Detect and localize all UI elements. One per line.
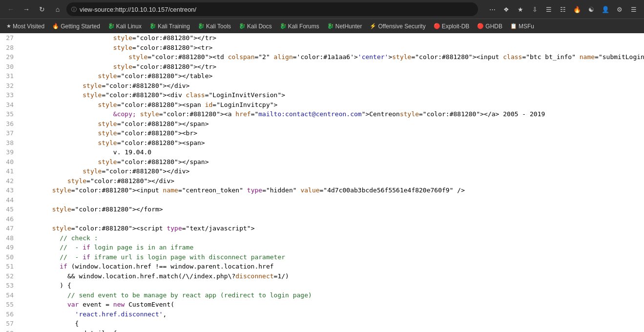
hamburger-button[interactable]: ☰ xyxy=(627,3,640,16)
table-row: 31 style="color:#881280"></table> xyxy=(0,71,644,81)
line-number: 53 xyxy=(0,281,20,290)
table-row: 53 ) { xyxy=(0,281,644,290)
bookmark-most-visited[interactable]: ★ Most Visited xyxy=(3,21,48,31)
shield-icon-button[interactable]: ❖ xyxy=(500,3,513,16)
bookmark-getting-started[interactable]: 🔥 Getting Started xyxy=(49,21,104,31)
line-number: 28 xyxy=(0,43,20,53)
bookmark-label: Offensive Security xyxy=(378,23,425,30)
settings-button[interactable]: ⚙ xyxy=(613,3,626,16)
table-row: 34 style="color:#881280"><span id="Login… xyxy=(0,100,644,110)
home-button[interactable]: ⌂ xyxy=(51,2,64,16)
code-content: v. 19.04.0 xyxy=(20,147,644,157)
bookmark-ghdb[interactable]: 🔴 GHDB xyxy=(474,21,506,31)
code-content: style="color:#881280"></span> xyxy=(20,119,644,129)
bookmark-label: NetHunter xyxy=(335,23,362,30)
source-scroll[interactable]: 27 style="color:#881280"></tr>28 style="… xyxy=(0,33,644,332)
code-content: // send event to be manage by react app … xyxy=(20,290,644,300)
bookmark-kali-docs[interactable]: 🐉 Kali Docs xyxy=(235,21,275,31)
line-number: 36 xyxy=(0,119,20,129)
browser-window: ← → ↻ ⌂ ⓘ ⋯ ❖ ★ ⇩ ☰ ☷ 🔥 ☯ 👤 ⚙ ☰ ★ Most V… xyxy=(0,0,644,332)
table-row: 51 if (window.location.href !== window.p… xyxy=(0,262,644,271)
kali-icon: 🐉 xyxy=(327,23,334,29)
line-number: 38 xyxy=(0,138,20,148)
code-content xyxy=(20,214,644,224)
line-number: 46 xyxy=(0,214,20,224)
bookmark-kali-training[interactable]: 🐉 Kali Training xyxy=(146,21,193,31)
table-row: 27 style="color:#881280"></tr> xyxy=(0,33,644,43)
table-row: 57 { xyxy=(0,319,644,329)
code-content: style="color:#881280"></div> xyxy=(20,81,644,91)
table-row: 38 style="color:#881280"><span> xyxy=(0,138,644,148)
bookmark-nethunter[interactable]: 🐉 NetHunter xyxy=(324,21,366,31)
address-bar-input[interactable] xyxy=(80,6,473,13)
table-row: 40 style="color:#881280"></span> xyxy=(0,157,644,167)
code-content: 'react.href.disconnect', xyxy=(20,310,644,319)
line-number: 56 xyxy=(0,310,20,319)
code-content: if (window.location.href !== window.pare… xyxy=(20,262,644,271)
kali-icon: 🐉 xyxy=(239,23,246,29)
line-number: 54 xyxy=(0,290,20,300)
bookmark-label: Kali Forums xyxy=(288,23,319,30)
table-row: 52 && window.location.href.match(/\/inde… xyxy=(0,271,644,281)
kali-icon: 🐉 xyxy=(108,23,115,29)
table-row: 32 style="color:#881280"></div> xyxy=(0,81,644,91)
code-content: style="color:#881280"></tr> xyxy=(20,62,644,72)
line-number: 35 xyxy=(0,109,20,119)
bookmark-offensive-security[interactable]: ⚡ Offensive Security xyxy=(366,21,429,31)
code-content: style="color:#881280"></tr> xyxy=(20,33,644,43)
star-button[interactable]: ★ xyxy=(514,3,527,16)
line-number: 57 xyxy=(0,319,20,329)
table-row: 54 // send event to be manage by react a… xyxy=(0,290,644,300)
sync-button[interactable]: ☯ xyxy=(585,3,598,16)
table-row: 44 xyxy=(0,195,644,205)
table-row: 48 // check : xyxy=(0,233,644,243)
table-row: 56 'react.href.disconnect', xyxy=(0,310,644,319)
line-number: 48 xyxy=(0,233,20,243)
back-button[interactable]: ← xyxy=(4,2,18,16)
table-row: 41 style="color:#881280"></div> xyxy=(0,166,644,176)
bookmark-label: MSFu xyxy=(519,23,534,30)
forward-button[interactable]: → xyxy=(20,2,33,16)
code-content: style="color:#881280"></form> xyxy=(20,205,644,214)
bookmark-kali-tools[interactable]: 🐉 Kali Tools xyxy=(194,21,234,31)
security-icon: ⓘ xyxy=(71,6,77,13)
table-row: 33 style="color:#881280"><div class="Log… xyxy=(0,90,644,100)
table-row: 37 style="color:#881280"><br> xyxy=(0,128,644,138)
line-number: 51 xyxy=(0,262,20,271)
bookmark-label: Kali Docs xyxy=(247,23,272,30)
exploit-icon: 🔴 xyxy=(434,23,440,29)
star-icon: ★ xyxy=(6,23,11,29)
reader-button[interactable]: ☷ xyxy=(557,3,569,16)
line-number: 27 xyxy=(0,33,20,43)
bookmark-kali-linux[interactable]: 🐉 Kali Linux xyxy=(104,21,145,31)
bookmark-exploit-db[interactable]: 🔴 Exploit-DB xyxy=(430,21,473,31)
line-number: 29 xyxy=(0,52,20,62)
line-number: 41 xyxy=(0,166,20,176)
table-row: 55 var event = new CustomEvent( xyxy=(0,300,644,310)
menu-dots-button[interactable]: ⋯ xyxy=(486,3,499,16)
bookmark-msfu[interactable]: 📋 MSFu xyxy=(507,21,538,31)
line-number: 39 xyxy=(0,147,20,157)
table-row: 49 // - if login page is in an iframe xyxy=(0,243,644,252)
firefox-icon-button[interactable]: 🔥 xyxy=(571,3,583,16)
table-row: 30 style="color:#881280"></tr> xyxy=(0,62,644,72)
line-number: 50 xyxy=(0,252,20,262)
table-row: 28 style="color:#881280"><tr> xyxy=(0,43,644,53)
code-content: style="color:#881280"></table> xyxy=(20,71,644,81)
table-row: 43 style="color:#881280"><input name="ce… xyxy=(0,186,644,195)
line-number: 33 xyxy=(0,90,20,100)
offensive-icon: ⚡ xyxy=(370,23,376,29)
line-number: 47 xyxy=(0,224,20,233)
reload-button[interactable]: ↻ xyxy=(35,2,49,16)
bookmark-label: Exploit-DB xyxy=(442,23,470,30)
bookmarks-bar: ★ Most Visited 🔥 Getting Started 🐉 Kali … xyxy=(0,19,644,33)
bookmark-kali-forums[interactable]: 🐉 Kali Forums xyxy=(276,21,323,31)
profile-button[interactable]: 👤 xyxy=(599,3,612,16)
code-content: // check : xyxy=(20,233,644,243)
bookmark-label: Kali Linux xyxy=(116,23,142,30)
table-row: 58 detail: { xyxy=(0,329,644,332)
table-row: 50 // - if iframe url is login page with… xyxy=(0,252,644,262)
download-button[interactable]: ⇩ xyxy=(528,3,541,16)
library-button[interactable]: ☰ xyxy=(542,3,555,16)
line-number: 45 xyxy=(0,205,20,214)
